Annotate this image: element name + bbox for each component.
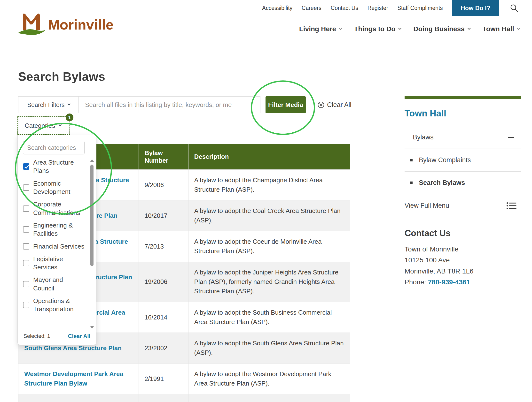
collapse-minus-icon[interactable] bbox=[508, 137, 514, 138]
utility-nav-link[interactable]: Register bbox=[368, 5, 388, 11]
sidebar-item-bylaws[interactable]: Bylaws bbox=[405, 126, 521, 149]
checkbox-icon[interactable] bbox=[23, 205, 29, 212]
sidebar-item-search-bylaws[interactable]: Search Bylaws bbox=[405, 172, 521, 194]
filter-media-button[interactable]: Filter Media bbox=[266, 96, 306, 113]
site-search-button[interactable] bbox=[510, 4, 518, 12]
menu-list-icon bbox=[506, 202, 516, 210]
categories-focus-outline: Categories 1 bbox=[17, 116, 70, 135]
bylaw-name-link[interactable]: South Glens Area Structure Plan bbox=[24, 344, 122, 352]
category-option[interactable]: Engineering & Facilities bbox=[23, 221, 85, 238]
column-header-description: Description bbox=[188, 144, 350, 170]
utility-nav: AccessibilityCareersContact UsRegisterSt… bbox=[262, 0, 518, 16]
table-row: Westwinds Area Structure Plan Bylaw 10/2… bbox=[18, 394, 350, 402]
file-search-input[interactable] bbox=[79, 96, 260, 113]
utility-nav-link[interactable]: Staff Compliments bbox=[397, 5, 443, 11]
chevron-down-icon bbox=[339, 26, 342, 30]
utility-nav-link[interactable]: Careers bbox=[302, 5, 321, 11]
selected-count-label: Selected: 1 bbox=[23, 333, 50, 339]
utility-nav-link[interactable]: Accessibility bbox=[262, 5, 292, 11]
main-nav: Living Here Things to Do Doing Business … bbox=[299, 25, 519, 33]
contact-address-line1: 10125 100 Ave. bbox=[405, 255, 521, 265]
bylaw-description-cell: A bylaw to adopt the South Business Comm… bbox=[188, 302, 350, 333]
checkbox-icon[interactable] bbox=[23, 184, 29, 191]
bylaw-name-link[interactable]: Westmor Development Park Area Structure … bbox=[24, 370, 123, 387]
checkbox-icon[interactable] bbox=[23, 281, 29, 287]
chevron-down-icon bbox=[398, 26, 402, 30]
category-option[interactable]: Area Structure Plans bbox=[23, 158, 85, 175]
bylaw-description-cell: A bylaw to adopt the Westwinds Area Stru… bbox=[188, 394, 350, 402]
how-do-i-button[interactable]: How Do I? bbox=[452, 0, 499, 16]
square-bullet-icon bbox=[410, 159, 413, 161]
dropdown-scrollbar bbox=[90, 159, 94, 329]
category-option[interactable]: Corporate Communications bbox=[23, 200, 85, 217]
checkbox-icon[interactable] bbox=[23, 260, 29, 266]
morinville-logo[interactable]: Morinville bbox=[17, 11, 114, 38]
categories-button[interactable]: Categories bbox=[18, 117, 70, 134]
search-filters-button[interactable]: Search Filters bbox=[18, 96, 79, 113]
site-header: Morinville AccessibilityCareersContact U… bbox=[0, 0, 532, 41]
category-option[interactable]: Operations & Transportation bbox=[23, 297, 85, 313]
bylaw-description-cell: A bylaw to adopt the Coeur de Morinville… bbox=[188, 231, 350, 262]
bylaw-number-cell: 19/2006 bbox=[139, 262, 188, 302]
categories-dropdown: Area Structure Plans Economic Developmen… bbox=[17, 135, 96, 345]
page-title: Search Bylaws bbox=[18, 70, 105, 84]
contact-address-line2: Morinville, AB T8R 1L6 bbox=[405, 266, 521, 277]
categories-count-badge: 1 bbox=[66, 114, 73, 121]
categories-search-input[interactable] bbox=[23, 141, 85, 154]
category-option[interactable]: Financial Services bbox=[23, 242, 85, 250]
bylaw-description-cell: A bylaw to adopt the Juniper Heights Are… bbox=[188, 262, 350, 302]
contact-org: Town of Morinville bbox=[405, 244, 521, 255]
filter-bar: Search Filters Filter Media Clear All bbox=[18, 96, 352, 113]
main-nav-item[interactable]: Doing Business bbox=[413, 25, 470, 33]
contact-phone-line: Phone: 780-939-4361 bbox=[405, 277, 521, 288]
checkbox-icon[interactable] bbox=[23, 226, 29, 233]
bylaw-number-cell: 10/2017 bbox=[139, 200, 188, 231]
categories-option-list: Area Structure Plans Economic Developmen… bbox=[23, 158, 96, 328]
sidebar-section-title: Town Hall bbox=[405, 108, 521, 119]
sidebar: Town Hall Bylaws Bylaw Complaints Search… bbox=[405, 96, 521, 288]
scroll-down-arrow-icon[interactable] bbox=[90, 326, 94, 329]
table-row: Westmor Development Park Area Structure … bbox=[18, 364, 350, 394]
scrollbar-thumb[interactable] bbox=[90, 165, 94, 266]
category-option[interactable]: Economic Development bbox=[23, 179, 85, 196]
svg-text:Morinville: Morinville bbox=[48, 17, 114, 32]
bylaw-description-cell: A bylaw to adopt the Westmor Development… bbox=[188, 364, 350, 394]
bylaw-description-cell: A bylaw to adopt the Coal Creek Area Str… bbox=[188, 200, 350, 231]
utility-nav-link[interactable]: Contact Us bbox=[331, 5, 358, 11]
morinville-logo-graphic: Morinville bbox=[17, 11, 114, 37]
chevron-down-icon bbox=[58, 123, 62, 126]
bylaw-description-cell: A bylaw to adopt the Champagne District … bbox=[188, 170, 350, 200]
sidebar-menu: Bylaws Bylaw Complaints Search Bylaws Vi… bbox=[405, 126, 521, 217]
category-option[interactable]: Mayor and Council bbox=[23, 276, 85, 292]
checkbox-icon[interactable] bbox=[23, 243, 29, 250]
sidebar-view-full-menu[interactable]: View Full Menu bbox=[405, 194, 521, 217]
scroll-up-arrow-icon[interactable] bbox=[90, 159, 94, 162]
clear-all-button[interactable]: Clear All bbox=[317, 96, 352, 113]
main-nav-item[interactable]: Town Hall bbox=[483, 25, 519, 33]
circle-x-icon bbox=[317, 101, 325, 108]
bylaw-number-cell: 16/2014 bbox=[139, 302, 188, 333]
contact-us-title: Contact Us bbox=[405, 228, 521, 238]
category-option[interactable]: Legislative Services bbox=[23, 255, 85, 272]
bylaw-number-cell: 10/2004 bbox=[139, 394, 188, 402]
phone-number-link[interactable]: 780-939-4361 bbox=[428, 278, 470, 286]
sidebar-accent-bar bbox=[405, 96, 521, 99]
square-bullet-icon bbox=[410, 182, 413, 184]
main-nav-item[interactable]: Living Here bbox=[299, 25, 341, 33]
sidebar-item-bylaw-complaints[interactable]: Bylaw Complaints bbox=[405, 149, 521, 172]
dropdown-footer: Selected: 1 Clear All bbox=[18, 330, 96, 345]
column-header-bylaw-number: Bylaw Number bbox=[139, 144, 188, 170]
dropdown-clear-all-button[interactable]: Clear All bbox=[68, 333, 90, 340]
main-nav-item[interactable]: Things to Do bbox=[354, 25, 401, 33]
chevron-down-icon bbox=[517, 26, 520, 30]
contact-us-block: Town of Morinville 10125 100 Ave. Morinv… bbox=[405, 244, 521, 288]
bylaw-number-cell: 2/1991 bbox=[139, 364, 188, 394]
bylaw-number-cell: 23/2002 bbox=[139, 333, 188, 364]
checkbox-icon[interactable] bbox=[23, 302, 29, 308]
bylaw-description-cell: A bylaw to adopt the South Glens Area St… bbox=[188, 333, 350, 364]
checkbox-icon[interactable] bbox=[23, 163, 29, 170]
bylaw-name-link[interactable]: Westwinds Area Structure Plan Bylaw bbox=[24, 401, 117, 402]
chevron-down-icon bbox=[67, 102, 70, 106]
bylaw-number-cell: 7/2013 bbox=[139, 231, 188, 262]
search-icon bbox=[510, 4, 518, 12]
